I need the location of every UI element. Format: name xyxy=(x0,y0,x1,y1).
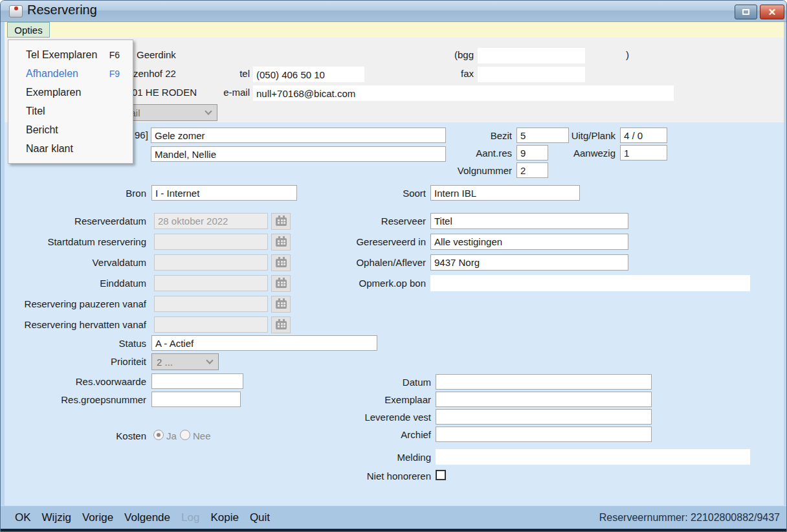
calendar-icon xyxy=(276,321,287,329)
res-groepsnummer-input[interactable] xyxy=(151,392,241,407)
vorige-button[interactable]: Vorige xyxy=(82,511,113,524)
close-icon: ✕ xyxy=(768,6,777,18)
einddatum-label: Einddatum xyxy=(5,278,146,289)
kosten-ja-label: Ja xyxy=(166,430,177,441)
niet-honoreren-label: Niet honoreren xyxy=(302,471,431,482)
melding-input[interactable] xyxy=(436,449,750,465)
exemplaar-label: Exemplaar xyxy=(302,394,431,405)
window-title: Reservering xyxy=(27,3,97,17)
kosten-nee-label: Nee xyxy=(193,430,211,441)
gereserveerd-in-label: Gereserveerd in xyxy=(298,236,426,247)
hervatten-input xyxy=(154,316,268,333)
item-number-fragment: 96] xyxy=(135,129,148,140)
exemplaar-input[interactable] xyxy=(436,392,652,407)
startdatum-label: Startdatum reservering xyxy=(5,236,146,247)
menubar: Opties xyxy=(1,22,787,38)
uitg-plank-input[interactable] xyxy=(620,127,667,143)
volgende-button[interactable]: Volgende xyxy=(124,511,170,524)
leverende-vest-label: Leverende vest xyxy=(302,412,431,423)
restore-icon xyxy=(742,9,749,15)
menu-item-bericht[interactable]: Bericht xyxy=(8,120,133,139)
archief-label: Archief xyxy=(302,429,431,440)
prioriteit-select: 2 ... xyxy=(151,353,219,370)
niet-honoreren-checkbox[interactable] xyxy=(436,470,446,480)
status-label: Status xyxy=(82,338,146,349)
customer-postal-fragment: 01 HE RODEN xyxy=(132,87,197,98)
restore-button[interactable] xyxy=(735,5,757,19)
email-label: e-mail xyxy=(201,87,250,98)
shortcut-f6: F6 xyxy=(109,50,120,60)
prioriteit-label: Prioriteit xyxy=(82,356,146,367)
vervaldatum-calendar-button xyxy=(271,254,291,271)
calendar-icon xyxy=(276,280,287,288)
pauzeren-input xyxy=(154,296,268,312)
menu-item-titel[interactable]: Titel xyxy=(8,102,133,120)
window-border-right xyxy=(784,22,787,529)
status-input[interactable] xyxy=(151,335,377,351)
datum-input[interactable] xyxy=(436,374,652,390)
aant-res-input[interactable] xyxy=(516,145,548,161)
bezit-label: Bezit xyxy=(447,130,512,141)
title-input[interactable] xyxy=(151,127,446,143)
hervatten-label: Reservering hervatten vanaf xyxy=(5,319,146,330)
menu-item-exemplaren[interactable]: Exemplaren xyxy=(8,83,133,102)
bron-input[interactable] xyxy=(151,185,297,201)
bgg-input[interactable] xyxy=(478,48,585,63)
email-input[interactable] xyxy=(253,85,674,101)
fax-input[interactable] xyxy=(478,67,585,82)
close-button[interactable]: ✕ xyxy=(760,5,784,19)
datum-label: Datum xyxy=(302,377,431,388)
gereserveerd-in-input[interactable] xyxy=(430,234,628,250)
log-button: Log xyxy=(181,511,199,524)
opmerk-op-bon-input[interactable] xyxy=(430,275,750,291)
kopie-button[interactable]: Kopie xyxy=(210,511,238,524)
titlebar: Reservering ✕ xyxy=(1,1,787,22)
window-bottom-edge xyxy=(1,529,787,532)
author-input[interactable] xyxy=(151,146,446,162)
customer-name-fragment: Geerdink xyxy=(137,49,176,60)
vervaldatum-input xyxy=(154,254,268,271)
einddatum-calendar-button xyxy=(271,275,291,292)
bron-label: Bron xyxy=(82,188,146,199)
volgnummer-label: Volgnummer xyxy=(434,165,512,176)
prioriteit-value: 2 ... xyxy=(157,357,173,368)
ophalen-aflever-input[interactable] xyxy=(430,254,628,271)
reserveernummer-text: Reserveernummer: 22102800882/9437 xyxy=(599,512,780,524)
pauzeren-calendar-button xyxy=(271,296,291,313)
tel-input[interactable] xyxy=(253,67,364,82)
reserveer-input[interactable] xyxy=(430,213,628,229)
aanwezig-label: Aanwezig xyxy=(551,148,615,159)
calendar-icon xyxy=(276,238,287,247)
customer-street-fragment: zenhof 22 xyxy=(133,68,176,79)
menu-item-naar-klant[interactable]: Naar klant xyxy=(8,139,133,158)
calendar-icon xyxy=(276,300,287,309)
calendar-icon xyxy=(276,217,287,226)
tel-label: tel xyxy=(217,68,250,79)
options-menu: Tel Exemplaren F6 Afhandelen F9 Exemplar… xyxy=(8,39,133,164)
ok-button[interactable]: OK xyxy=(15,511,31,524)
leverende-vest-input[interactable] xyxy=(436,409,652,425)
res-voorwaarde-input[interactable] xyxy=(151,373,243,389)
shortcut-f9: F9 xyxy=(109,69,120,79)
bgg-label: (bgg xyxy=(409,49,474,60)
reserveerdatum-input xyxy=(154,213,268,229)
vervaldatum-label: Vervaldatum xyxy=(5,257,146,268)
chevron-down-icon xyxy=(206,357,213,364)
calendar-icon xyxy=(276,259,287,267)
soort-input[interactable] xyxy=(430,185,580,201)
startdatum-input xyxy=(154,234,268,250)
aant-res-label: Aant.res xyxy=(447,148,512,159)
wijzig-button[interactable]: Wijzig xyxy=(42,511,71,524)
einddatum-input xyxy=(154,275,268,291)
menu-item-tel-exemplaren[interactable]: Tel Exemplaren F6 xyxy=(8,45,133,64)
volgnummer-input[interactable] xyxy=(516,162,548,178)
aanwezig-input[interactable] xyxy=(620,145,667,161)
reserveerdatum-label: Reserveerdatum xyxy=(5,216,146,227)
bgg-paren: ) xyxy=(626,49,629,60)
menu-item-afhandelen[interactable]: Afhandelen F9 xyxy=(8,64,133,83)
res-groepsnummer-label: Res.groepsnummer xyxy=(36,394,146,405)
archief-input[interactable] xyxy=(436,427,652,442)
quit-button[interactable]: Quit xyxy=(250,511,270,524)
menu-opties[interactable]: Opties xyxy=(7,22,50,38)
toolbar: OK Wijzig Vorige Volgende Log Kopie Quit… xyxy=(1,505,787,529)
